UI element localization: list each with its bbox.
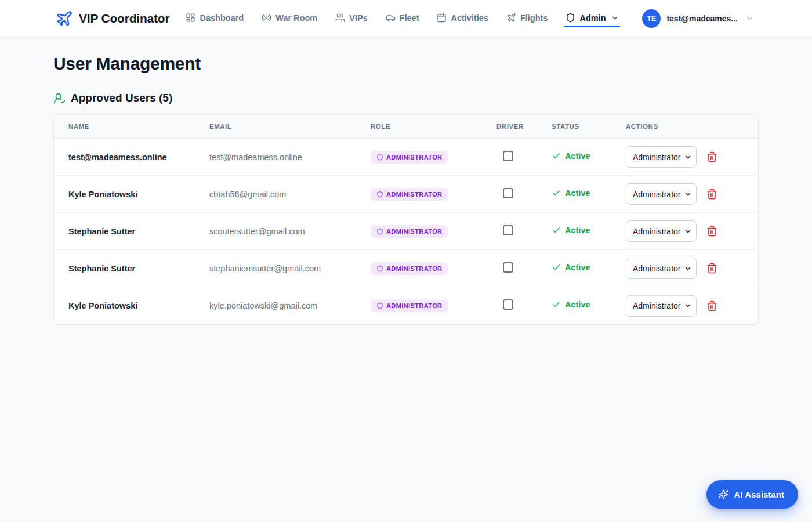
status-badge: Active bbox=[552, 188, 590, 198]
nav-label: VIPs bbox=[349, 13, 367, 23]
nav-item-dashboard[interactable]: Dashboard bbox=[186, 7, 244, 30]
user-email: stephaniemsutter@gmail.com bbox=[209, 264, 371, 273]
ai-assistant-label: AI Assistant bbox=[734, 490, 784, 499]
sparkles-icon bbox=[718, 489, 729, 500]
delete-user-button[interactable] bbox=[706, 263, 717, 274]
user-name: Kyle Poniatowski bbox=[68, 301, 209, 310]
col-header-status: STATUS bbox=[552, 123, 626, 130]
check-icon bbox=[552, 300, 561, 309]
user-email: cbtah56@gmail.com bbox=[209, 190, 371, 199]
car-icon bbox=[386, 13, 396, 23]
col-header-name: NAME bbox=[68, 123, 209, 130]
user-menu[interactable]: TE test@madeames... bbox=[642, 9, 754, 28]
col-header-actions: ACTIONS bbox=[626, 123, 758, 130]
trash-icon bbox=[706, 263, 717, 274]
role-badge: ADMINISTRATOR bbox=[371, 188, 448, 201]
nav-item-war-room[interactable]: War Room bbox=[262, 7, 317, 30]
nav-label: Fleet bbox=[400, 13, 419, 23]
driver-checkbox[interactable] bbox=[503, 188, 513, 198]
table-row: Stephanie Sutter scoutersutter@gmail.com… bbox=[54, 213, 758, 250]
nav-item-activities[interactable]: Activities bbox=[437, 7, 488, 30]
trash-icon bbox=[706, 151, 717, 162]
ai-assistant-button[interactable]: AI Assistant bbox=[706, 480, 798, 509]
role-badge: ADMINISTRATOR bbox=[371, 151, 448, 164]
user-name: Stephanie Sutter bbox=[68, 227, 209, 236]
delete-user-button[interactable] bbox=[706, 226, 717, 237]
shield-icon bbox=[376, 191, 383, 198]
radio-icon bbox=[262, 13, 271, 23]
nav-item-fleet[interactable]: Fleet bbox=[386, 7, 419, 30]
col-header-driver: DRIVER bbox=[496, 123, 552, 130]
users-icon bbox=[335, 13, 345, 23]
calendar-icon bbox=[437, 13, 447, 23]
status-badge: Active bbox=[552, 151, 590, 161]
section-title: Approved Users (5) bbox=[71, 92, 172, 104]
navbar: VIP Coordinator Dashboard War Room VIPs … bbox=[0, 0, 812, 37]
table-row: Kyle Poniatowski cbtah56@gmail.com ADMIN… bbox=[54, 176, 758, 213]
nav-item-admin[interactable]: Admin bbox=[566, 7, 618, 30]
trash-icon bbox=[706, 188, 717, 200]
table-header-row: NAME EMAIL ROLE DRIVER STATUS ACTIONS bbox=[54, 115, 758, 139]
driver-checkbox[interactable] bbox=[503, 225, 513, 235]
shield-icon bbox=[376, 302, 383, 309]
main-nav: Dashboard War Room VIPs Fleet Activities bbox=[186, 7, 618, 30]
user-email: test@madeames... bbox=[666, 14, 738, 23]
user-name: Stephanie Sutter bbox=[68, 264, 209, 273]
role-select[interactable]: Administrator bbox=[626, 295, 697, 317]
table-row: test@madeamess.online test@madeamess.onl… bbox=[54, 139, 758, 176]
driver-checkbox[interactable] bbox=[503, 262, 513, 273]
role-select[interactable]: Administrator bbox=[626, 183, 697, 205]
table-row: Kyle Poniatowski kyle.poniatowski@gmail.… bbox=[54, 287, 758, 324]
col-header-role: ROLE bbox=[371, 123, 496, 130]
chevron-down-icon bbox=[611, 14, 619, 22]
driver-checkbox[interactable] bbox=[503, 299, 513, 310]
plane-logo-icon bbox=[56, 10, 73, 27]
driver-checkbox[interactable] bbox=[503, 151, 513, 161]
trash-icon bbox=[706, 300, 717, 311]
nav-label: Admin bbox=[579, 13, 606, 23]
status-badge: Active bbox=[552, 263, 590, 272]
avatar: TE bbox=[642, 9, 661, 28]
page-title: User Management bbox=[53, 54, 759, 74]
delete-user-button[interactable] bbox=[706, 300, 717, 311]
col-header-email: EMAIL bbox=[209, 123, 371, 130]
nav-label: Activities bbox=[451, 13, 488, 23]
delete-user-button[interactable] bbox=[706, 151, 717, 163]
role-select[interactable]: Administrator bbox=[626, 220, 697, 242]
nav-label: War Room bbox=[276, 13, 317, 23]
status-badge: Active bbox=[552, 300, 590, 309]
table-row: Stephanie Sutter stephaniemsutter@gmail.… bbox=[54, 250, 758, 287]
role-select[interactable]: Administrator bbox=[626, 258, 697, 279]
nav-item-vips[interactable]: VIPs bbox=[335, 7, 367, 30]
dashboard-grid-icon bbox=[186, 13, 195, 23]
role-badge: ADMINISTRATOR bbox=[371, 262, 448, 275]
role-badge: ADMINISTRATOR bbox=[371, 225, 448, 238]
check-icon bbox=[552, 188, 561, 198]
user-name: test@madeamess.online bbox=[68, 153, 209, 162]
brand: VIP Coordinator bbox=[56, 10, 169, 27]
main-content: User Management Approved Users (5) NAME … bbox=[0, 37, 812, 325]
chevron-down-icon bbox=[745, 14, 754, 23]
delete-user-button[interactable] bbox=[706, 188, 717, 200]
plane-icon bbox=[506, 13, 516, 23]
nav-item-flights[interactable]: Flights bbox=[506, 7, 548, 30]
shield-icon bbox=[376, 265, 383, 272]
shield-icon bbox=[376, 228, 383, 235]
role-select[interactable]: Administrator bbox=[626, 146, 697, 168]
user-name: Kyle Poniatowski bbox=[68, 190, 209, 199]
check-icon bbox=[552, 151, 561, 161]
user-email: test@madeamess.online bbox=[209, 153, 371, 162]
user-email: kyle.poniatowski@gmail.com bbox=[209, 301, 371, 310]
nav-label: Flights bbox=[520, 13, 548, 23]
nav-label: Dashboard bbox=[200, 13, 244, 23]
role-badge: ADMINISTRATOR bbox=[371, 299, 448, 312]
user-email: scoutersutter@gmail.com bbox=[209, 227, 371, 236]
trash-icon bbox=[706, 226, 717, 237]
status-badge: Active bbox=[552, 226, 590, 235]
user-check-icon bbox=[53, 92, 66, 104]
check-icon bbox=[552, 226, 561, 235]
section-header: Approved Users (5) bbox=[53, 92, 759, 104]
brand-name: VIP Coordinator bbox=[79, 12, 169, 26]
shield-icon bbox=[376, 154, 383, 161]
check-icon bbox=[552, 263, 561, 272]
